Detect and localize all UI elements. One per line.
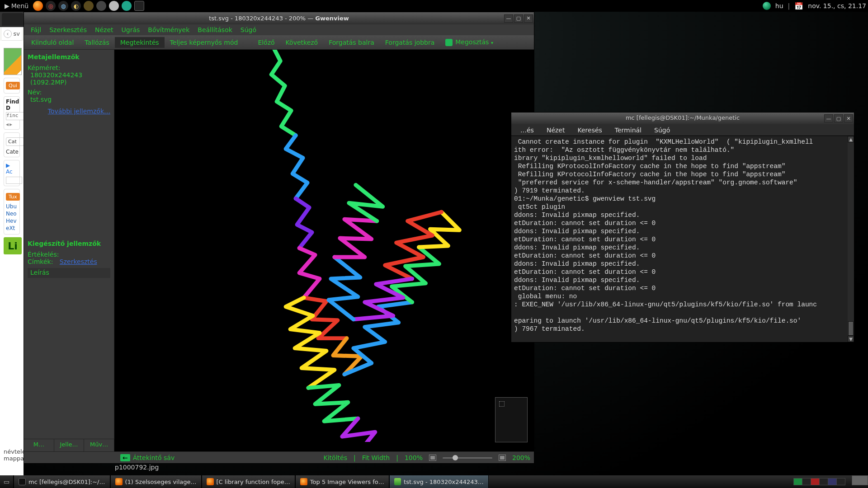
workspace[interactable] [811, 478, 820, 485]
maximize-button[interactable]: ▢ [514, 14, 523, 23]
menu-view[interactable]: Nézet [540, 126, 571, 135]
menu-plugins[interactable]: Bővítmények [144, 25, 193, 34]
folder-icon[interactable] [96, 1, 106, 11]
edit-tags-link[interactable]: Szerkesztés [60, 258, 97, 265]
side-tab[interactable]: M… [24, 439, 54, 451]
maximize-button[interactable]: ▢ [834, 114, 843, 122]
quick-button[interactable]: Qui [6, 82, 20, 89]
overview-toggle-icon[interactable]: ← [120, 454, 130, 461]
menu-settings[interactable]: Beállítások [193, 25, 236, 34]
scroll-up-icon[interactable]: ▲ [848, 136, 854, 142]
workspace[interactable] [819, 478, 828, 485]
back-button[interactable]: ‹ [4, 30, 12, 38]
taskbar-entry[interactable]: Top 5 Image Viewers fo… [295, 475, 389, 488]
taskbar-entry[interactable]: (1) Szelsoseges vilage… [110, 475, 202, 488]
linux-badge[interactable]: Li [4, 237, 22, 254]
next-button[interactable]: Következő [280, 37, 324, 48]
menu-view[interactable]: Nézet [91, 25, 118, 34]
zoom-100-button[interactable]: 100% [405, 454, 423, 461]
side-tabs: M… Jelle… Műv… [24, 439, 114, 451]
network-icon[interactable] [763, 2, 771, 10]
category-button[interactable]: Cat [6, 137, 24, 146]
menu-search[interactable]: Keresés [571, 126, 608, 135]
side-tab[interactable]: Jelle… [54, 439, 85, 451]
terminal-icon[interactable] [134, 1, 144, 11]
menu-help[interactable]: Súgó [648, 126, 676, 135]
window-titlebar[interactable]: mc [fellegis@DSK01]:~/Munka/genetic — ▢ … [511, 113, 854, 124]
show-desktop-button[interactable]: ▭ [0, 475, 14, 488]
distro-thumbnail[interactable] [4, 48, 22, 75]
browse-button[interactable]: Tallózás [79, 37, 114, 48]
calendar-icon[interactable]: 📅 [794, 2, 803, 10]
more-properties-link[interactable]: További jellemzők… [28, 108, 110, 115]
app-icon[interactable] [122, 1, 132, 11]
scrollbar[interactable]: ▲ ▼ [848, 136, 854, 342]
zoom-out-icon[interactable] [429, 455, 436, 461]
description-input[interactable]: Leírás [28, 268, 110, 278]
gwenview-icon [394, 478, 401, 485]
workspace[interactable] [836, 478, 845, 485]
files-icon[interactable] [84, 1, 94, 11]
workspace[interactable] [828, 478, 837, 485]
close-button[interactable]: ✕ [844, 114, 853, 122]
menu-go[interactable]: Ugrás [118, 25, 144, 34]
image-viewer[interactable] [114, 50, 534, 451]
taskbar-entry[interactable]: mc [fellegis@DSK01]:~/… [14, 475, 110, 488]
scroll-left-icon[interactable]: ◂ [6, 121, 9, 127]
scroll-right-icon[interactable]: ▸ [9, 121, 12, 127]
start-page-button[interactable]: Kiinduló oldal [26, 37, 79, 48]
menu-help[interactable]: Súgó [236, 25, 260, 34]
keyboard-layout[interactable]: hu [775, 2, 783, 9]
menu-item[interactable]: …és [514, 126, 540, 135]
app-icon[interactable]: ◍ [58, 1, 68, 11]
workspace[interactable] [793, 478, 802, 485]
side-tab[interactable]: Műv… [84, 439, 114, 451]
close-button[interactable]: ✕ [524, 14, 533, 23]
link[interactable]: Ubu [6, 203, 18, 210]
firefox-icon[interactable] [33, 1, 43, 11]
taskbar-entry[interactable]: tst.svg - 180320x244243… [389, 475, 489, 488]
tray-preview[interactable] [852, 475, 868, 485]
fit-fill-button[interactable]: Kitöltés [324, 454, 347, 461]
link[interactable]: eXt [6, 225, 18, 231]
app-icon[interactable]: ◎ [46, 1, 56, 11]
scrollbar-thumb[interactable] [848, 321, 854, 336]
find-input[interactable]: finc [6, 112, 24, 120]
menu-edit[interactable]: Szerkesztés [45, 25, 91, 34]
link[interactable]: Neo [6, 211, 18, 217]
workspace[interactable] [802, 478, 811, 485]
search-input[interactable] [6, 177, 22, 184]
link[interactable]: Hev [6, 218, 18, 224]
menu-terminal[interactable]: Terminál [609, 126, 648, 135]
overview-label[interactable]: Áttekintő sáv [133, 454, 175, 461]
zoom-in-icon[interactable] [499, 455, 506, 461]
terminal-output[interactable]: Cannot create instance for plugin "KXMLH… [511, 136, 848, 342]
dropdown-arrow-icon: ▾ [491, 40, 493, 45]
tux-button[interactable]: Tux [6, 193, 20, 201]
clock[interactable]: nov. 15., cs, 21.17 [808, 2, 866, 9]
separator: | [788, 2, 790, 9]
fullscreen-button[interactable]: Teljes képernyős mód [165, 37, 244, 48]
prev-button[interactable]: Előző [252, 37, 280, 48]
browser-tab[interactable] [2, 13, 24, 26]
window-titlebar[interactable]: tst.svg - 180320x244243 - 200% — Gwenvie… [24, 12, 534, 24]
fit-width-button[interactable]: Fit Width [362, 454, 390, 461]
taskbar-entry[interactable]: [C library function fope… [202, 475, 295, 488]
navigator-thumbnail[interactable] [495, 397, 528, 442]
firefox-icon [115, 478, 123, 485]
zoom-value[interactable]: 200% [512, 454, 530, 461]
rotate-left-button[interactable]: Forgatás balra [323, 37, 380, 48]
share-button[interactable]: Megosztás ▾ [440, 37, 499, 48]
menu-file[interactable]: Fájl [27, 25, 45, 34]
rotate-right-button[interactable]: Forgatás jobbra [380, 37, 440, 48]
app-icon[interactable] [109, 1, 119, 11]
scroll-down-icon[interactable]: ▼ [848, 336, 854, 342]
view-button[interactable]: Megtekintés [115, 37, 165, 48]
link[interactable]: Ac [6, 169, 13, 175]
app-menu-button[interactable]: ▶ Menü [2, 2, 31, 9]
minimize-button[interactable]: — [504, 14, 513, 23]
app-icon[interactable]: ◐ [71, 1, 81, 11]
workspace-pager[interactable] [791, 475, 848, 488]
zoom-slider[interactable] [443, 455, 492, 461]
minimize-button[interactable]: — [824, 114, 833, 122]
